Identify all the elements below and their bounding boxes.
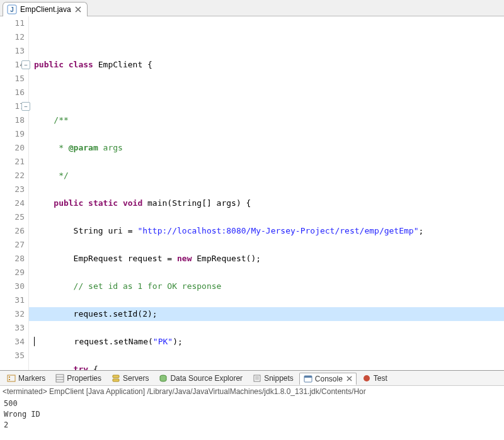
line-number: 27 — [0, 238, 25, 252]
code-line: String uri = "http://localhost:8080/My-J… — [34, 224, 504, 238]
code-line: request.setName("PK"); — [34, 335, 504, 349]
tab-data-source-explorer[interactable]: Data Source Explorer — [154, 372, 247, 385]
editor-tab-empclient[interactable]: J EmpClient.java — [3, 2, 88, 16]
code-line — [34, 86, 504, 99]
code-line: EmpRequest request = new EmpRequest(); — [34, 252, 504, 266]
svg-rect-3 — [9, 376, 10, 378]
console-output[interactable]: 500 Wrong ID 2 — [0, 397, 504, 432]
tab-servers[interactable]: Servers — [107, 372, 153, 385]
code-line: public class EmpClient { — [34, 58, 504, 72]
tab-snippets[interactable]: Snippets — [248, 372, 298, 385]
console-icon — [304, 375, 312, 383]
svg-rect-8 — [113, 375, 119, 378]
snippets-icon — [253, 374, 261, 383]
bottom-panel-tabs: Markers Properties Servers Data Source E… — [0, 371, 504, 386]
tab-properties[interactable]: Properties — [51, 372, 106, 385]
line-number: 15 — [0, 72, 25, 86]
line-number: 23 — [0, 183, 25, 196]
svg-point-16 — [364, 375, 370, 381]
line-number: 17− — [0, 99, 25, 113]
line-number: 11 — [0, 16, 25, 30]
svg-rect-2 — [8, 375, 15, 381]
line-number: 22 — [0, 169, 25, 183]
line-number: 30 — [0, 279, 25, 293]
markers-icon — [7, 374, 16, 383]
console-line: 500 — [4, 398, 500, 409]
properties-icon — [55, 374, 64, 383]
console-launch-header: <terminated> EmpClient [Java Application… — [0, 386, 504, 397]
line-number: 20 — [0, 141, 25, 155]
tab-test[interactable]: Test — [358, 372, 392, 385]
console-line: 2 — [4, 420, 500, 431]
line-number-gutter: 11 12 13 14− 15 16 17− 18 19 20 21 22 23… — [0, 16, 29, 371]
svg-rect-9 — [113, 379, 119, 381]
line-number: 24 — [0, 196, 25, 210]
tab-label: EmpClient.java — [20, 5, 71, 14]
svg-rect-5 — [56, 375, 64, 382]
line-number: 18 — [0, 113, 25, 127]
line-number: 33 — [0, 321, 25, 335]
svg-rect-15 — [304, 376, 312, 378]
line-number: 34 — [0, 335, 25, 349]
svg-rect-4 — [9, 379, 10, 380]
fold-toggle-icon[interactable]: − — [21, 60, 30, 69]
line-number: 16 — [0, 86, 25, 99]
code-line-highlighted: request.setId(2); — [29, 307, 504, 321]
line-number: 12 — [0, 30, 25, 44]
fold-toggle-icon[interactable]: − — [21, 102, 30, 111]
code-line: /** — [34, 113, 504, 127]
code-line — [34, 30, 504, 44]
line-number: 28 — [0, 252, 25, 266]
line-number: 31 — [0, 293, 25, 307]
line-number: 26 — [0, 224, 25, 238]
data-source-icon — [159, 374, 168, 383]
code-line: * @param args — [34, 141, 504, 155]
code-line: */ — [34, 169, 504, 183]
code-line: // set id as 1 for OK response — [34, 279, 504, 293]
line-number: 32 — [0, 307, 25, 321]
line-number: 21 — [0, 155, 25, 169]
line-number: 13 — [0, 44, 25, 58]
editor-tab-bar: J EmpClient.java — [0, 0, 504, 16]
line-number: 35 — [0, 349, 25, 363]
tab-console[interactable]: Console — [299, 373, 357, 385]
test-icon — [362, 374, 371, 383]
java-file-icon: J — [7, 4, 17, 14]
svg-rect-11 — [254, 375, 260, 381]
servers-icon — [112, 374, 120, 383]
svg-text:J: J — [10, 6, 14, 13]
line-number: 29 — [0, 266, 25, 279]
code-line: public static void main(String[] args) { — [34, 196, 504, 210]
editor-area: J EmpClient.java 11 12 13 14− 15 16 17− … — [0, 0, 504, 371]
line-number: 19 — [0, 127, 25, 141]
code-editor[interactable]: 11 12 13 14− 15 16 17− 18 19 20 21 22 23… — [0, 16, 504, 371]
tab-markers[interactable]: Markers — [3, 372, 50, 385]
line-number: 14− — [0, 58, 25, 72]
code-content[interactable]: public class EmpClient { /** * @param ar… — [29, 16, 504, 371]
close-icon[interactable] — [346, 376, 352, 381]
console-line: Wrong ID — [4, 409, 500, 420]
line-number: 25 — [0, 210, 25, 224]
close-icon[interactable] — [74, 6, 82, 13]
code-line: try { — [34, 363, 504, 371]
